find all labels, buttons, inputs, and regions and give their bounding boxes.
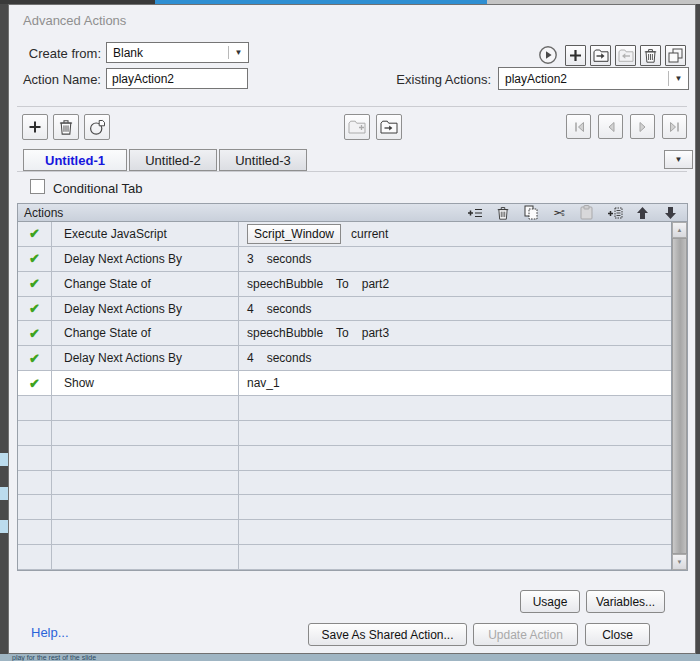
action-row[interactable]: ✔Delay Next Actions By3seconds [18,247,671,272]
action-params-cell[interactable]: speechBubbleTopart2 [239,272,671,296]
create-from-dropdown[interactable]: Blank ▼ [106,42,249,63]
action-type-cell[interactable] [52,421,239,445]
actions-panel-header: Actions ✂ [18,204,687,222]
export-action-button[interactable] [615,45,636,66]
action-params-cell[interactable]: Script_Windowcurrent [239,222,671,246]
action-params-cell[interactable]: nav_1 [239,371,671,395]
ungroup-button[interactable] [376,114,402,140]
row-valid-cell: ✔ [18,346,52,370]
action-type-cell[interactable] [52,396,239,420]
add-row-button[interactable] [466,205,483,221]
scroll-up-button[interactable]: ▲ [672,222,687,238]
group-add-button[interactable] [344,114,370,140]
previous-decision-button[interactable] [598,114,623,139]
create-from-value: Blank [107,46,228,60]
variables-button[interactable]: Variables... [586,590,665,613]
action-params-cell[interactable] [239,545,671,569]
row-valid-cell [18,396,52,420]
conditional-tab-checkbox[interactable] [30,179,45,194]
action-params-cell[interactable] [239,520,671,544]
action-params-cell[interactable]: 4seconds [239,346,671,370]
row-valid-cell: ✔ [18,272,52,296]
tab-overflow-button[interactable]: ▼ [664,150,693,169]
action-params-cell[interactable] [239,471,671,495]
script-window-button[interactable]: Script_Window [247,224,341,244]
preview-action-button[interactable] [538,45,558,65]
copy-decision-button[interactable] [84,114,110,140]
tab-untitled-2[interactable]: Untitled-2 [129,149,217,171]
action-params-cell[interactable]: speechBubbleTopart3 [239,321,671,345]
first-decision-button[interactable] [566,114,591,139]
action-params-cell[interactable] [239,495,671,519]
scroll-down-button[interactable]: ▼ [672,554,687,570]
action-row[interactable]: ✔Delay Next Actions By4seconds [18,297,671,322]
next-decision-button[interactable] [630,114,655,139]
action-params-cell[interactable] [239,421,671,445]
last-decision-button[interactable] [662,114,687,139]
action-name-label: Action Name: [13,72,101,87]
help-link[interactable]: Help... [31,625,69,640]
move-row-up-button[interactable] [634,205,651,221]
delete-action-button[interactable] [640,45,661,66]
action-type-cell[interactable]: Change State of [52,321,239,345]
empty-action-row[interactable] [18,520,671,545]
save-as-shared-action-button[interactable]: Save As Shared Action... [308,623,467,646]
close-button[interactable]: Close [585,623,650,646]
empty-action-row[interactable] [18,446,671,471]
scrollbar-thumb[interactable] [672,238,687,554]
create-from-label: Create from: [13,46,101,61]
action-name-input[interactable] [106,68,248,89]
action-type-cell[interactable] [52,495,239,519]
update-action-button[interactable]: Update Action [473,623,578,646]
empty-action-row[interactable] [18,421,671,446]
action-row[interactable]: ✔Shownav_1 [18,371,671,396]
background-fleck [0,487,8,500]
usage-button[interactable]: Usage [520,590,580,613]
empty-action-row[interactable] [18,396,671,421]
action-type-cell[interactable]: Delay Next Actions By [52,346,239,370]
existing-actions-dropdown[interactable]: playAction2 ▼ [498,67,689,90]
empty-action-row[interactable] [18,545,671,570]
action-type-cell[interactable] [52,520,239,544]
new-action-button[interactable] [565,45,586,66]
actions-scrollbar[interactable]: ▲ ▼ [671,222,687,570]
cut-row-button[interactable]: ✂ [550,205,567,221]
insert-row-button[interactable] [606,205,623,221]
action-type-cell[interactable] [52,471,239,495]
add-decision-button[interactable] [22,114,48,140]
copy-row-button[interactable] [522,205,539,221]
action-type-cell[interactable]: Delay Next Actions By [52,297,239,321]
action-params-cell[interactable] [239,396,671,420]
import-action-button[interactable] [590,45,611,66]
action-type-cell[interactable]: Delay Next Actions By [52,247,239,271]
tab-untitled-3[interactable]: Untitled-3 [219,149,307,171]
action-row[interactable]: ✔Delay Next Actions By4seconds [18,346,671,371]
paste-row-button[interactable] [578,205,595,221]
action-type-cell[interactable]: Execute JavaScript [52,222,239,246]
existing-actions-value: playAction2 [499,72,668,86]
param-text: current [351,227,388,241]
action-row[interactable]: ✔Change State ofspeechBubbleTopart3 [18,321,671,346]
move-row-down-button[interactable] [662,205,679,221]
action-type-cell[interactable]: Show [52,371,239,395]
action-type-cell[interactable] [52,446,239,470]
row-valid-cell: ✔ [18,222,52,246]
delete-row-button[interactable] [494,205,511,221]
action-type-cell[interactable]: Change State of [52,272,239,296]
action-params-cell[interactable]: 4seconds [239,297,671,321]
tab-untitled-1[interactable]: Untitled-1 [23,149,127,171]
action-row[interactable]: ✔Execute JavaScriptScript_Windowcurrent [18,222,671,247]
ungroup-icon [380,120,398,134]
action-type-cell[interactable] [52,545,239,569]
empty-action-row[interactable] [18,471,671,496]
empty-action-row[interactable] [18,495,671,520]
actions-panel: Actions ✂ [17,203,688,571]
param-text: speechBubble [247,277,323,291]
duplicate-action-button[interactable] [665,45,686,66]
action-params-cell[interactable] [239,446,671,470]
action-row[interactable]: ✔Change State ofspeechBubbleTopart2 [18,272,671,297]
scroll-down-icon: ▼ [677,559,683,565]
action-params-cell[interactable]: 3seconds [239,247,671,271]
move-down-icon [664,206,677,220]
delete-decision-button[interactable] [53,114,79,140]
